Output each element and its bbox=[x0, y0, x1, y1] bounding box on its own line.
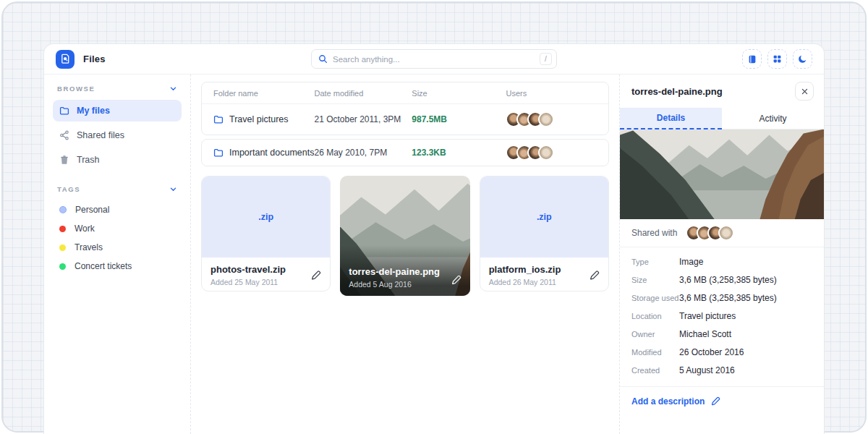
tag-item-work[interactable]: Work bbox=[53, 219, 182, 238]
tag-item-concert-tickets[interactable]: Concert tickets bbox=[53, 257, 182, 276]
field-value: 3,6 MB (3,258,385 bytes) bbox=[679, 293, 777, 303]
tab-activity[interactable]: Activity bbox=[722, 108, 824, 129]
tag-dot-icon bbox=[59, 263, 66, 270]
tag-dot-icon bbox=[59, 244, 66, 251]
folder-table-row-box: Important documents 26 May 2010, 7PM 123… bbox=[201, 139, 609, 166]
sidebar-item-label: My files bbox=[77, 106, 110, 116]
browse-section-header[interactable]: BROWSE bbox=[53, 85, 182, 93]
field-owner: Owner Michael Scott bbox=[631, 325, 812, 343]
close-icon bbox=[801, 88, 809, 95]
tags-section-header[interactable]: TAGS bbox=[53, 185, 182, 193]
shared-with-row: Shared with bbox=[620, 219, 824, 247]
field-value: 3,6 MB (3,258,385 bytes) bbox=[679, 275, 777, 285]
edit-pencil-icon[interactable] bbox=[310, 270, 321, 281]
search-icon bbox=[318, 54, 328, 64]
file-added-date: Added 25 May 2011 bbox=[210, 278, 321, 286]
tag-label: Personal bbox=[75, 205, 109, 215]
add-description-label: Add a description bbox=[631, 396, 705, 407]
folder-name: Travel pictures bbox=[229, 114, 289, 124]
add-description-button[interactable]: Add a description bbox=[620, 387, 824, 416]
card-footer: torres-del-paine.png Added 5 Aug 2016 bbox=[349, 266, 440, 289]
field-location: Location Travel pictures bbox=[631, 307, 812, 325]
users-avatars bbox=[506, 111, 597, 127]
column-date-modified: Date modified bbox=[314, 89, 412, 98]
topbar-actions bbox=[742, 49, 812, 69]
tag-label: Work bbox=[75, 224, 95, 234]
avatar bbox=[538, 145, 554, 161]
zip-preview-area: .zip bbox=[480, 176, 608, 258]
field-value: 26 October 2016 bbox=[679, 347, 744, 357]
chevron-down-icon[interactable] bbox=[169, 185, 177, 193]
edit-pencil-icon[interactable] bbox=[589, 270, 600, 281]
book-icon bbox=[747, 54, 757, 64]
sidebar-item-label: Trash bbox=[77, 155, 100, 165]
grid-view-button[interactable] bbox=[767, 49, 787, 69]
close-button[interactable] bbox=[795, 82, 814, 101]
zip-preview-area: .zip bbox=[202, 176, 330, 258]
grid-icon bbox=[773, 54, 782, 64]
folder-icon bbox=[213, 148, 224, 158]
share-icon bbox=[59, 130, 69, 140]
app-window: Files / bbox=[43, 43, 825, 434]
field-created: Created 5 August 2016 bbox=[631, 361, 812, 379]
tab-details[interactable]: Details bbox=[620, 108, 722, 129]
field-storage-used: Storage used 3,6 MB (3,258,385 bytes) bbox=[631, 289, 812, 307]
file-name: platform_ios.zip bbox=[489, 264, 600, 275]
field-value: 5 August 2016 bbox=[679, 365, 735, 375]
file-card-photos-travel[interactable]: .zip photos-travel.zip Added 25 May 2011 bbox=[201, 176, 331, 292]
file-name: torres-del-paine.png bbox=[349, 266, 440, 277]
trash-icon bbox=[59, 155, 69, 165]
chevron-down-icon[interactable] bbox=[169, 85, 177, 93]
tag-dot-icon bbox=[59, 226, 66, 232]
page-title: Files bbox=[83, 54, 106, 64]
zip-badge: .zip bbox=[258, 212, 273, 222]
column-users: Users bbox=[506, 89, 597, 98]
sidebar-item-my-files[interactable]: My files bbox=[53, 100, 182, 122]
table-row[interactable]: Important documents 26 May 2010, 7PM 123… bbox=[202, 140, 608, 166]
app-logo-icon bbox=[56, 50, 75, 69]
library-button[interactable] bbox=[742, 49, 762, 69]
folder-table: Folder name Date modified Size Users Tra… bbox=[201, 82, 609, 135]
avatar bbox=[538, 111, 554, 127]
tag-label: Concert tickets bbox=[75, 261, 132, 271]
file-added-date: Added 5 Aug 2016 bbox=[349, 280, 440, 289]
field-size: Size 3,6 MB (3,258,385 bytes) bbox=[631, 271, 812, 289]
tags-section: TAGS Personal Work Travels Concert ticke… bbox=[53, 185, 182, 276]
main-content: Folder name Date modified Size Users Tra… bbox=[191, 75, 619, 434]
sidebar-item-shared-files[interactable]: Shared files bbox=[53, 124, 182, 146]
field-label: Created bbox=[631, 366, 679, 375]
column-folder-name: Folder name bbox=[213, 89, 314, 98]
field-value: Image bbox=[679, 257, 703, 267]
folder-icon bbox=[59, 106, 69, 116]
dark-mode-button[interactable] bbox=[793, 49, 812, 69]
field-label: Storage used bbox=[631, 294, 679, 302]
sidebar-item-trash[interactable]: Trash bbox=[53, 149, 182, 171]
panel-header: torres-del-paine.png bbox=[620, 75, 824, 108]
panel-title: torres-del-paine.png bbox=[631, 86, 723, 97]
panel-tabs: Details Activity bbox=[620, 108, 824, 129]
search-input[interactable] bbox=[333, 55, 540, 64]
search-bar[interactable]: / bbox=[311, 49, 557, 69]
sidebar-item-label: Shared files bbox=[77, 130, 124, 140]
folder-icon bbox=[213, 114, 224, 124]
column-size: Size bbox=[412, 89, 506, 98]
field-modified: Modified 26 October 2016 bbox=[631, 343, 812, 361]
edit-pencil-icon[interactable] bbox=[451, 275, 461, 286]
table-row[interactable]: Travel pictures 21 October 2011, 3PM 987… bbox=[202, 104, 608, 135]
file-card-torres-del-paine[interactable]: torres-del-paine.png Added 5 Aug 2016 bbox=[340, 176, 469, 296]
date-modified: 26 May 2010, 7PM bbox=[314, 148, 412, 158]
field-label: Type bbox=[631, 258, 679, 266]
tag-item-travels[interactable]: Travels bbox=[53, 238, 182, 257]
tag-item-personal[interactable]: Personal bbox=[53, 200, 182, 219]
shared-with-label: Shared with bbox=[631, 228, 677, 238]
file-card-platform-ios[interactable]: .zip platform_ios.zip Added 26 May 2011 bbox=[480, 176, 609, 292]
tags-section-label: TAGS bbox=[57, 185, 80, 193]
card-footer: photos-travel.zip Added 25 May 2011 bbox=[202, 258, 330, 292]
details-panel: torres-del-paine.png Details Activity bbox=[619, 75, 824, 434]
topbar: Files / bbox=[44, 44, 824, 75]
file-size: 123.3KB bbox=[412, 148, 506, 158]
edit-pencil-icon bbox=[710, 396, 720, 407]
zip-badge: .zip bbox=[537, 212, 552, 222]
browse-section-label: BROWSE bbox=[57, 85, 95, 93]
field-type: Type Image bbox=[631, 252, 812, 271]
